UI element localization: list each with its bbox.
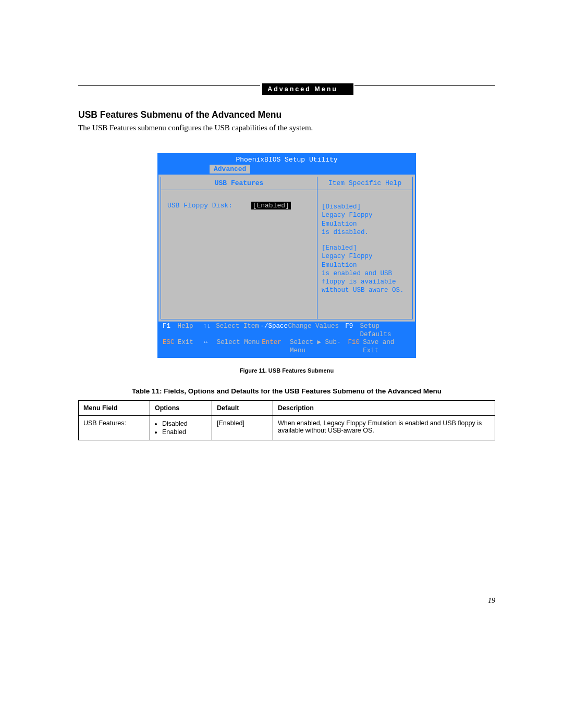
label-save-exit: Save and Exit	[363, 339, 412, 355]
bios-body: USB Features USB Floppy Disk: [Enabled] …	[158, 174, 415, 322]
help-line: is disabled.	[322, 228, 408, 237]
bios-tab-advanced: Advanced	[210, 165, 250, 174]
header-rule-left	[78, 85, 260, 86]
bios-left-panel: USB Features USB Floppy Disk: [Enabled]	[161, 177, 317, 319]
help-line: [Enabled]	[322, 244, 408, 252]
help-line: without USB aware OS.	[322, 286, 408, 294]
page-header: Advanced Menu	[78, 83, 495, 95]
key-esc: ESC	[163, 339, 178, 355]
section-intro: The USB Features submenu configures the …	[78, 124, 495, 132]
key-f1: F1	[163, 323, 177, 339]
page-number: 19	[78, 597, 495, 605]
bios-left-content: USB Floppy Disk: [Enabled]	[161, 190, 317, 319]
bios-left-title: USB Features	[161, 177, 317, 190]
td-description: When enabled, Legacy Floppy Emulation is…	[273, 415, 495, 440]
td-default: [Enabled]	[212, 415, 273, 440]
label-setup-defaults: Setup Defaults	[360, 323, 412, 339]
section-title: USB Features Submenu of the Advanced Men…	[78, 109, 495, 120]
bios-help-panel: Item Specific Help [Disabled] Legacy Flo…	[317, 177, 413, 319]
bios-footer: F1 Help ↑↓ Select Item -/Space Change Va…	[158, 322, 415, 357]
fields-table: Menu Field Options Default Description U…	[78, 400, 495, 441]
td-menu-field: USB Features:	[79, 415, 150, 440]
th-default: Default	[212, 400, 273, 415]
key-space: -/Space	[260, 323, 288, 339]
bios-screenshot: PhoenixBIOS Setup Utility Advanced USB F…	[157, 153, 416, 358]
td-options: Disabled Enabled	[150, 415, 212, 440]
label-help: Help	[177, 323, 203, 339]
bios-title: PhoenixBIOS Setup Utility	[158, 154, 415, 165]
bios-footer-row2: ESC Exit ↔ Select Menu Enter Select ▶ Su…	[163, 339, 412, 355]
table-title: Table 11: Fields, Options and Defaults f…	[78, 387, 495, 395]
option-disabled: Disabled	[162, 419, 207, 428]
key-enter: Enter	[262, 339, 290, 355]
label-select-item: Select Item	[216, 323, 260, 339]
th-description: Description	[273, 400, 495, 415]
table-header-row: Menu Field Options Default Description	[79, 400, 495, 415]
bios-help-title: Item Specific Help	[317, 177, 412, 190]
help-line: is enabled and USB	[322, 269, 408, 278]
key-f9: F9	[345, 323, 360, 339]
key-leftright: ↔	[204, 339, 217, 355]
label-change-values: Change Values	[288, 323, 345, 339]
label-select-menu: Select Menu	[217, 339, 262, 355]
th-options: Options	[150, 400, 212, 415]
label-select-submenu: Select ▶ Sub-Menu	[290, 339, 348, 355]
help-line: Legacy Floppy Emulation	[322, 211, 408, 228]
bios-footer-row1: F1 Help ↑↓ Select Item -/Space Change Va…	[163, 323, 412, 339]
th-menu-field: Menu Field	[79, 400, 150, 415]
help-line: [Disabled]	[322, 203, 408, 211]
bios-field-label: USB Floppy Disk:	[167, 202, 232, 209]
bios-field-value: [Enabled]	[251, 202, 291, 209]
figure-caption: Figure 11. USB Features Submenu	[78, 367, 495, 374]
help-line: Legacy Floppy Emulation	[322, 252, 408, 269]
header-badge: Advanced Menu	[262, 83, 353, 95]
bios-help-content: [Disabled] Legacy Floppy Emulation is di…	[317, 190, 412, 319]
table-row: USB Features: Disabled Enabled [Enabled]…	[79, 415, 495, 440]
header-rule-right	[354, 85, 495, 86]
key-updown: ↑↓	[203, 323, 216, 339]
help-line: floppy is available	[322, 278, 408, 286]
bios-tab-row: Advanced	[158, 165, 415, 174]
key-f10: F10	[348, 339, 363, 355]
label-exit: Exit	[178, 339, 204, 355]
option-enabled: Enabled	[162, 428, 207, 436]
